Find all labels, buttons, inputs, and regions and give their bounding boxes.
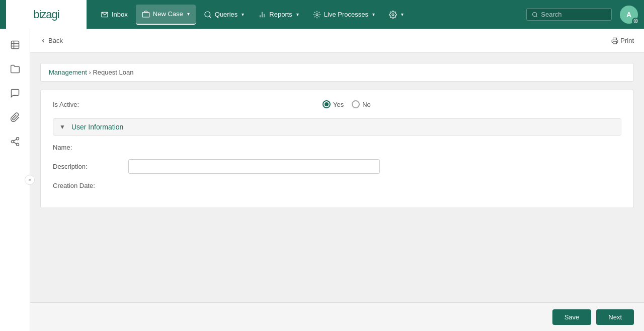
queries-arrow: ▾: [242, 12, 244, 17]
breadcrumb-parent[interactable]: Management: [49, 69, 87, 76]
newcase-icon: [142, 10, 150, 18]
print-button[interactable]: Print: [611, 37, 634, 44]
sidebar-item-folder[interactable]: [5, 59, 25, 79]
section-collapse-icon[interactable]: ▼: [59, 123, 65, 130]
nav-reports[interactable]: Reports ▾: [252, 5, 305, 25]
sidebar-item-process[interactable]: [5, 131, 25, 152]
avatar[interactable]: A: [620, 6, 638, 24]
settings-arrow: ▾: [401, 12, 404, 17]
section-user-information: ▼ User Information: [53, 118, 621, 136]
field-creation-date: Creation Date:: [53, 182, 621, 189]
avatar-letter: A: [626, 11, 631, 19]
description-label: Description:: [53, 163, 128, 170]
logo-area: bizagi: [6, 0, 87, 29]
logo: bizagi: [33, 8, 59, 21]
radio-yes-inner: [325, 102, 329, 106]
sidebar: »: [0, 29, 30, 331]
reports-icon: [258, 11, 266, 19]
back-label: Back: [48, 37, 63, 44]
search-input[interactable]: [541, 11, 606, 18]
svg-rect-12: [11, 41, 19, 49]
form-card: Is Active: Yes No: [40, 90, 634, 208]
svg-point-8: [392, 14, 394, 16]
live-icon: [313, 11, 321, 19]
is-active-row: Is Active: Yes No: [53, 100, 621, 108]
name-label: Name:: [53, 144, 128, 151]
nav-new-case[interactable]: New Case ▾: [136, 5, 196, 25]
svg-rect-21: [613, 41, 617, 44]
bottom-bar: Save Next: [30, 302, 644, 331]
svg-rect-1: [142, 12, 149, 17]
radio-no[interactable]: No: [352, 100, 371, 108]
breadcrumb: Management › Request Loan: [40, 63, 634, 82]
settings-icon: [389, 11, 397, 19]
back-button[interactable]: Back: [40, 37, 63, 44]
svg-line-20: [14, 139, 17, 141]
search-icon: [532, 11, 538, 18]
svg-point-16: [16, 138, 19, 140]
save-button[interactable]: Save: [552, 309, 592, 325]
main-layout: » Back Print Management ›: [0, 29, 644, 331]
sidebar-item-chat[interactable]: [5, 83, 25, 103]
radio-yes-circle: [323, 100, 331, 108]
svg-point-11: [635, 20, 636, 21]
svg-point-9: [533, 12, 537, 16]
nav-new-case-label: New Case: [153, 10, 183, 18]
content-area: Back Print Management › Request Loan: [30, 29, 644, 331]
reports-arrow: ▾: [296, 12, 299, 17]
content-header: Back Print: [30, 29, 644, 53]
svg-line-19: [14, 142, 17, 144]
new-case-arrow: ▾: [187, 11, 190, 17]
radio-yes[interactable]: Yes: [323, 100, 344, 108]
section-title: User Information: [71, 123, 123, 131]
nav-queries-label: Queries: [215, 11, 238, 18]
live-processes-arrow: ▾: [372, 12, 375, 17]
inbox-icon: [101, 11, 109, 19]
nav-inbox-label: Inbox: [112, 11, 128, 18]
print-label: Print: [620, 37, 634, 44]
search-box[interactable]: [526, 8, 612, 21]
svg-point-2: [205, 12, 210, 17]
queries-icon: [204, 11, 212, 19]
svg-point-17: [11, 141, 14, 143]
radio-no-label: No: [362, 101, 371, 108]
top-nav: bizagi Inbox New Case ▾ Queries ▾ Report…: [0, 0, 644, 29]
radio-yes-label: Yes: [333, 101, 344, 108]
nav-queries[interactable]: Queries ▾: [198, 5, 251, 25]
is-active-radio-group: Yes No: [323, 100, 371, 108]
svg-line-10: [536, 16, 537, 17]
print-icon: [611, 37, 618, 44]
nav-inbox[interactable]: Inbox: [95, 5, 134, 25]
next-button[interactable]: Next: [596, 309, 634, 325]
avatar-badge: [632, 18, 639, 25]
is-active-label: Is Active:: [53, 101, 113, 108]
sidebar-toggle[interactable]: »: [25, 175, 35, 185]
description-input-wrapper: [128, 159, 380, 174]
field-name: Name:: [53, 144, 621, 151]
field-description: Description:: [53, 159, 621, 174]
nav-settings[interactable]: ▾: [383, 5, 410, 25]
sidebar-item-list[interactable]: [5, 35, 25, 55]
breadcrumb-current: Request Loan: [93, 69, 133, 76]
back-arrow-icon: [40, 38, 46, 44]
nav-live-processes[interactable]: Live Processes ▾: [307, 5, 381, 25]
svg-point-18: [16, 143, 19, 146]
nav-live-processes-label: Live Processes: [324, 11, 368, 18]
description-input[interactable]: [128, 159, 380, 174]
creation-date-label: Creation Date:: [53, 182, 128, 189]
sidebar-item-attachment[interactable]: [5, 107, 25, 127]
radio-no-circle: [352, 100, 360, 108]
svg-line-3: [209, 16, 211, 18]
svg-point-7: [316, 14, 318, 16]
form-scroll: Management › Request Loan Is Active: Yes: [30, 53, 644, 302]
nav-reports-label: Reports: [269, 11, 292, 18]
breadcrumb-separator: ›: [89, 69, 91, 76]
